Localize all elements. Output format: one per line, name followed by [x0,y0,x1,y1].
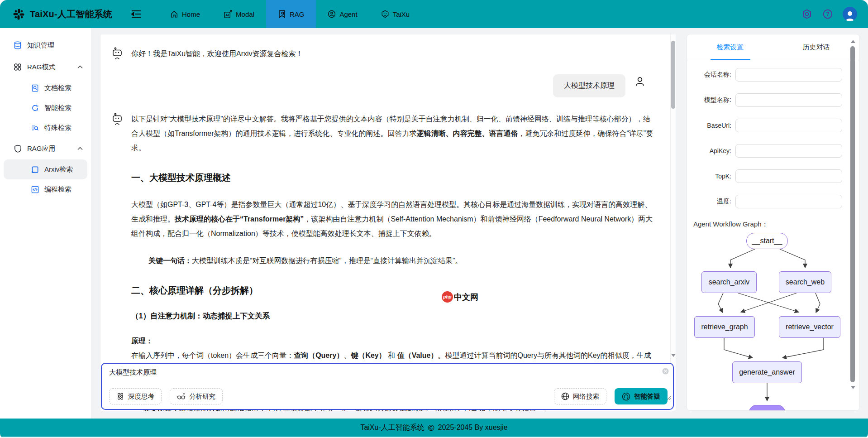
chat-input[interactable]: 大模型技术原理 [109,368,658,386]
answer-heading-detail: 二、核心原理详解（分步拆解） [131,284,655,297]
nav-item-rag[interactable]: RAG [266,0,316,28]
sidebar-label: 智能检索 [44,104,72,112]
right-panel: 检索设置 历史对话 会话名称: 模型名称: BaseUrl: ApiKey: [687,34,860,411]
app-logo-icon [13,8,25,20]
form-row: 温度: [687,195,859,208]
home-icon [170,10,178,18]
tab-retrieval-settings[interactable]: 检索设置 [687,34,773,60]
svg-text:AI: AI [225,13,229,17]
sidebar-item-smart-search[interactable]: 智能检索 [4,98,87,118]
sidebar-label: 文档检索 [44,84,72,92]
sidebar-label: 编程检索 [44,185,72,194]
nav-item-modal[interactable]: AI Modal [212,0,266,28]
sidebar-item-doc-search[interactable]: 文档检索 [4,78,87,98]
nav-item-home[interactable]: Home [158,0,212,28]
navbar-actions: ? [801,7,857,21]
answer-overview-paragraph: 大模型（如GPT-3、GPT-4等）是指参数量巨大（通常超过10亿）、基于深度学… [131,197,655,241]
agent-icon [328,10,336,18]
top-navbar: TaiXu-人工智能系统 Home [0,0,868,28]
settings-form: 会话名称: 模型名称: BaseUrl: ApiKey: TopK: 温度: [687,60,859,208]
grid-icon [14,63,22,71]
bot-message-greeting: 你好！我是TaiXu智能，欢迎使用Arxiv资源复合检索！ [111,46,655,61]
robot-icon [111,113,124,125]
sidebar-item-code-search[interactable]: 编程检索 [4,179,87,199]
database-icon [14,41,22,49]
panel-scroll-up-arrow[interactable] [851,40,855,43]
sidebar-group-rag-app[interactable]: RAG应用 [0,138,91,159]
robot-icon [111,47,124,60]
tab-history-dialog[interactable]: 历史对话 [773,34,860,60]
globe-icon [561,392,569,400]
workflow-node-start: __start__ [746,233,788,249]
sidebar-collapse-icon[interactable] [131,10,141,18]
user-message: 大模型技术原理 [111,74,655,97]
apikey-input[interactable] [735,144,842,158]
form-row: 模型名称: [687,93,859,107]
left-sidebar: 知识管理 RAG模式 文档检索 [0,28,91,419]
sidebar-group-rag-mode[interactable]: RAG模式 [0,56,91,78]
user-message-bubble: 大模型技术原理 [553,74,625,97]
sidebar-label: 知识管理 [27,41,54,50]
user-avatar[interactable] [843,7,857,21]
model-name-label: 模型名称: [687,96,731,104]
active-tab-underline [711,59,750,60]
panel-tabs: 检索设置 历史对话 [687,34,859,60]
baseurl-input[interactable] [735,119,842,132]
scroll-down-arrow-icon[interactable] [671,354,676,357]
button-label: 分析研究 [189,392,215,401]
code-icon [31,185,39,193]
temperature-label: 温度: [687,197,731,206]
button-label: 网络搜索 [573,392,599,401]
taixu-icon [381,10,389,18]
button-label: 深度思考 [128,392,154,401]
session-name-input[interactable] [735,68,842,82]
baseurl-label: BaseUrl: [687,122,731,129]
doc-search-icon [31,84,39,92]
workflow-node-search-arxiv: search_arxiv [701,271,757,293]
model-name-input[interactable] [735,93,842,107]
nav-item-agent[interactable]: Agent [316,0,369,28]
app-window: TaiXu-人工智能系统 Home [0,0,868,438]
session-name-label: 会话名称: [687,71,731,79]
brand: TaiXu-人工智能系统 [13,8,112,20]
sidebar-item-arxiv-search[interactable]: Arxiv检索 [4,159,87,179]
footer-text: 2025-2045 By xuesjie [438,424,508,432]
svg-text:?: ? [826,11,830,17]
tab-label: 检索设置 [716,43,744,52]
sidebar-label: 特殊检索 [44,124,72,132]
panel-scrollbar-thumb[interactable] [850,46,855,382]
modal-ai-icon: AI [224,10,232,19]
clear-input-icon[interactable] [662,368,669,375]
topk-input[interactable] [735,169,842,183]
sidebar-label: RAG模式 [27,63,56,72]
temperature-input[interactable] [735,195,842,208]
workflow-node-retrieve-graph: retrieve_graph [694,316,755,338]
greeting-text: 你好！我是TaiXu智能，欢迎使用Arxiv资源复合检索！ [131,46,303,61]
deep-think-button[interactable]: 深度思考 [109,388,162,404]
nav-item-taixu[interactable]: TaiXu [369,0,422,28]
composer-toolbar: 深度思考 分析研究 [109,388,668,404]
sidebar-label: Arxiv检索 [44,165,73,174]
copyright-icon: © [428,424,434,432]
answer-heading-overview: 一、大模型技术原理概述 [131,172,655,184]
form-row: TopK: [687,169,859,183]
chat-scrollbar-thumb[interactable] [671,41,675,109]
analyze-research-button[interactable]: 分析研究 [170,388,223,404]
answer-key-sentence: 关键一句话：大模型训练本质是“对互联网数据进行有损压缩”，推理是“直接计算输出并… [131,254,655,268]
sidebar-item-special-search[interactable]: 特殊检索 [4,118,87,138]
chevron-up-icon [77,66,83,69]
apikey-label: ApiKey: [687,147,731,154]
app-footer: TaiXu-人工智能系统 © 2025-2045 By xuesjie [0,419,868,437]
window-icon [31,165,39,173]
sidebar-item-knowledge[interactable]: 知识管理 [0,34,91,56]
smart-qa-button[interactable]: 智能答疑 [615,388,668,404]
help-icon[interactable]: ? [822,8,834,20]
rag-flag-icon [278,10,286,18]
web-search-button[interactable]: 网络搜索 [554,388,606,404]
panel-scroll-down-arrow[interactable] [851,386,855,389]
nav-label: Home [182,10,200,18]
nav-label: Modal [236,10,254,18]
workflow-node-retrieve-vector: retrieve_vector [779,316,840,338]
workflow-node-search-web: search_web [779,271,831,293]
settings-gear-icon[interactable] [801,8,813,20]
